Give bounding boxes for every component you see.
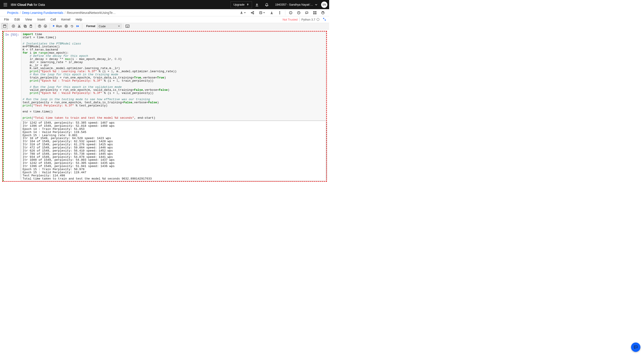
svg-point-4 xyxy=(280,12,280,12)
share-button[interactable] xyxy=(248,9,256,16)
svg-rect-27 xyxy=(126,25,129,28)
run-button[interactable]: Run xyxy=(51,23,63,29)
bell-icon xyxy=(265,3,269,7)
breadcrumb-projects[interactable]: Projects xyxy=(7,11,18,14)
chevron-down-icon xyxy=(118,25,120,27)
cell-type-select[interactable]: Code xyxy=(97,24,122,28)
help-button[interactable] xyxy=(319,9,327,16)
menu-cell[interactable]: Cell xyxy=(48,17,58,22)
restart-icon xyxy=(70,24,74,28)
code-text: import time start = time.time() # Instan… xyxy=(22,33,324,120)
svg-rect-20 xyxy=(24,26,26,28)
notebook-area: In [53]: import time start = time.time()… xyxy=(0,31,329,182)
svg-point-5 xyxy=(280,12,280,13)
svg-rect-10 xyxy=(315,12,316,12)
brand-label: IBM Cloud Pak for Data xyxy=(11,3,45,6)
kernel-name: Python 3.7 xyxy=(302,18,315,21)
run-label: Run xyxy=(56,24,62,28)
code-input-area[interactable]: import time start = time.time() # Instan… xyxy=(21,32,326,121)
hamburger-icon xyxy=(3,3,8,6)
arrow-down-icon xyxy=(44,24,47,28)
plus-icon xyxy=(12,24,15,28)
arrow-up-icon xyxy=(38,24,41,28)
publish-button[interactable] xyxy=(237,9,248,16)
menu-file[interactable]: File xyxy=(1,17,12,22)
notebook-toolbar: Run Format Code xyxy=(0,23,329,30)
restart-button[interactable] xyxy=(69,23,75,29)
info-icon xyxy=(289,11,292,14)
history-button[interactable] xyxy=(295,9,303,16)
kernel-status-icon xyxy=(317,18,319,21)
jobs-button[interactable] xyxy=(256,9,268,16)
svg-point-18 xyxy=(20,26,20,28)
more-button[interactable] xyxy=(276,9,284,16)
chevron-down-icon xyxy=(263,12,265,14)
fast-forward-icon xyxy=(76,24,80,28)
download-icon xyxy=(270,11,274,14)
top-app-bar: IBM Cloud Pak for Data Upgrade 1943357 -… xyxy=(0,0,329,9)
page-actions xyxy=(237,9,327,16)
output-prompt xyxy=(3,121,21,181)
account-label: 1943357 - Sandhya Nayak'… xyxy=(275,3,313,6)
breadcrumb-current: RecurrentNeuralNetworkUsingTe… xyxy=(67,11,116,14)
menu-hamburger-button[interactable] xyxy=(0,0,11,9)
cut-button[interactable] xyxy=(16,23,22,29)
output-text: Itr 1242 of 1549, perplexity: 53.385 spe… xyxy=(21,121,326,181)
play-icon xyxy=(52,24,55,28)
menu-view[interactable]: View xyxy=(22,17,35,22)
highlight-annotation: In [53]: import time start = time.time()… xyxy=(2,31,327,182)
move-down-button[interactable] xyxy=(42,23,48,29)
cell-output: Itr 1242 of 1549, perplexity: 53.385 spe… xyxy=(3,121,326,181)
menu-insert[interactable]: Insert xyxy=(35,17,48,22)
job-icon xyxy=(259,11,262,14)
account-switcher[interactable]: 1943357 - Sandhya Nayak'… xyxy=(272,3,320,6)
paste-button[interactable] xyxy=(28,23,34,29)
upgrade-label: Upgrade xyxy=(234,3,245,6)
input-prompt: In [53]: xyxy=(3,32,21,121)
upgrade-icon xyxy=(246,3,249,6)
command-palette-button[interactable] xyxy=(124,23,130,29)
cli-button[interactable] xyxy=(252,0,262,9)
expand-button[interactable] xyxy=(321,18,328,22)
insert-cell-button[interactable] xyxy=(10,23,16,29)
interrupt-button[interactable] xyxy=(63,23,69,29)
comments-button[interactable] xyxy=(303,9,311,16)
svg-point-2 xyxy=(253,13,254,14)
menu-help[interactable]: Help xyxy=(73,17,85,22)
move-up-button[interactable] xyxy=(37,23,42,29)
assets-button[interactable] xyxy=(311,9,319,16)
copy-button[interactable] xyxy=(22,23,28,29)
upload-icon xyxy=(240,11,243,14)
breadcrumb-course[interactable]: Deep Learning Fundamentals xyxy=(22,11,63,14)
svg-rect-19 xyxy=(24,25,26,27)
avatar-initials: SN xyxy=(322,3,326,6)
info-button[interactable] xyxy=(287,9,295,16)
breadcrumb-sep: / xyxy=(64,11,66,14)
avatar[interactable]: SN xyxy=(321,2,327,8)
chevron-down-icon xyxy=(244,12,246,14)
help-icon xyxy=(321,11,325,14)
kernel-indicator[interactable]: Python 3.7 xyxy=(300,18,321,22)
save-icon xyxy=(3,24,6,28)
code-cell[interactable]: In [53]: import time start = time.time()… xyxy=(3,32,326,121)
menu-kernel[interactable]: Kernel xyxy=(58,17,73,22)
stop-icon xyxy=(64,24,68,28)
download-button[interactable] xyxy=(268,9,276,16)
cell-type-value: Code xyxy=(98,24,106,28)
svg-point-1 xyxy=(253,12,254,12)
format-label: Format xyxy=(84,24,97,28)
save-button[interactable] xyxy=(2,23,8,29)
upgrade-button[interactable]: Upgrade xyxy=(230,1,252,8)
svg-point-17 xyxy=(18,26,19,28)
svg-point-25 xyxy=(65,25,68,28)
notebook-menubar: FileEditViewInsertCellKernelHelp Not Tru… xyxy=(0,16,329,23)
context-bar: Projects / Deep Learning Fundamentals / … xyxy=(0,9,329,16)
svg-rect-11 xyxy=(314,13,314,14)
data-icon xyxy=(313,11,317,14)
trust-indicator[interactable]: Not Trusted xyxy=(283,18,300,21)
menu-edit[interactable]: Edit xyxy=(12,17,22,22)
svg-rect-9 xyxy=(314,12,314,12)
svg-rect-14 xyxy=(3,25,6,28)
notifications-button[interactable] xyxy=(262,0,272,9)
restart-run-all-button[interactable] xyxy=(75,23,81,29)
